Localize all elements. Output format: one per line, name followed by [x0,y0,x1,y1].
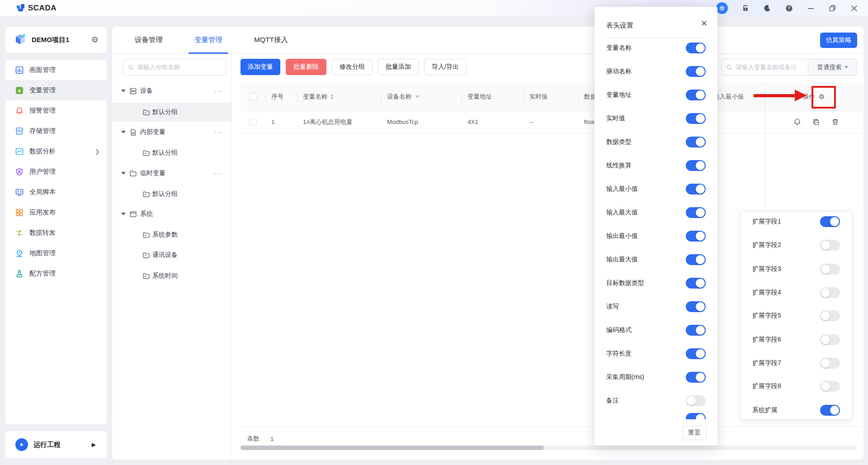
sidebar-item-data-forward[interactable]: 数据转发 [5,223,107,243]
toggle-collect-period[interactable] [686,372,706,383]
batch-add-button[interactable]: 批量添加 [378,59,419,75]
sidebar-item-alarm-mgmt[interactable]: 报警管理 [5,100,107,121]
column-header-device[interactable]: 设备名称 [382,83,462,110]
tab-mqtt-access[interactable]: MQTT接入 [254,27,288,54]
user-avatar[interactable]: 微 [716,2,728,14]
sort-icon[interactable] [330,94,334,100]
toggle-input-min[interactable] [686,184,706,195]
run-project-label: 运行工程 [33,441,92,449]
variable-search-input[interactable] [736,64,803,71]
toggle-ext-field-3[interactable] [820,264,840,275]
toggle-data-type[interactable] [686,137,706,147]
change-group-button[interactable]: 修改分组 [332,59,373,75]
tree-node-device[interactable]: 设备 ··· [112,81,231,100]
tree-node-temp-variable[interactable]: 临时变量 ··· [112,164,231,183]
toggle-ext-field-4[interactable] [820,287,840,298]
toggle-ext-field-6[interactable] [820,334,840,345]
group-search-input[interactable] [137,64,222,71]
add-variable-button[interactable]: 添加变量 [241,59,280,75]
project-settings-gear-icon[interactable]: ⚙ [91,35,99,45]
tab-variable-mgmt[interactable]: 变量管理 [194,27,222,54]
delete-action-icon[interactable] [831,118,839,126]
column-settings-gear-icon[interactable]: ⚙ [819,93,825,101]
column-header-realtime: 实时值 [524,83,579,110]
tree-node-internal-variable[interactable]: 内部变量 ··· [112,123,231,142]
toggle-system-extension[interactable] [820,405,840,416]
unlock-icon[interactable] [741,4,750,12]
toggle-ext-field-1[interactable] [820,216,840,227]
group-search-box[interactable] [123,59,226,76]
node-more-icon[interactable]: ··· [214,128,222,136]
sidebar-item-map-mgmt[interactable]: 地图管理 [5,243,107,263]
sidebar-item-user-mgmt[interactable]: 用户管理 [5,161,107,182]
sidebar-item-global-script[interactable]: 全局脚本 [5,182,107,202]
toggle-input-max[interactable] [686,207,706,218]
count-label: 条数 [247,435,259,443]
dark-mode-moon-icon[interactable] [763,4,771,12]
toggle-target-data-type[interactable] [686,278,706,289]
sidebar-item-variable-mgmt[interactable]: x 变量管理 [5,80,107,100]
table-footer: 条数 1 [247,433,274,445]
folder-icon [142,149,150,157]
toggle-row-ext-field-3: 扩展字段3 [752,262,840,276]
tree-node-default-group-device[interactable]: 默认分组 [112,103,231,122]
toggle-variable-address[interactable] [686,90,706,100]
filter-caret-icon[interactable] [415,95,420,98]
import-export-button[interactable]: 导入/导出 [424,59,467,75]
toggle-linear-conversion[interactable] [686,160,706,171]
caret-right-icon[interactable]: ▶ [92,441,96,448]
sidebar-item-screen-mgmt[interactable]: 画面管理 [5,60,107,80]
toggle-read-write[interactable] [686,301,706,312]
tree-node-system-params[interactable]: 系统参数 [112,225,231,244]
toggle-char-length[interactable] [686,348,706,359]
storage-icon [15,127,24,135]
toggle-encoding-format[interactable] [686,325,706,336]
restore-window-button[interactable] [828,4,836,12]
search-mode-dropdown[interactable]: 普通搜索 [808,59,857,75]
node-more-icon[interactable]: ··· [214,87,222,95]
toggle-ext-field-7[interactable] [820,358,840,369]
column-header-name[interactable]: 变量名称 [297,83,382,110]
tree-node-default-group-internal[interactable]: 默认分组 [112,143,231,162]
horizontal-scrollbar-thumb[interactable] [241,446,544,450]
select-all-checkbox[interactable] [250,93,257,100]
tree-node-system-time[interactable]: 系统时间 [112,266,231,285]
sidebar-item-data-analysis[interactable]: 数据分析 ❯ [5,141,107,161]
toggle-ext-field-5[interactable] [820,310,840,321]
toggle-realtime-value[interactable] [686,113,706,124]
help-icon[interactable]: ? [785,4,793,12]
folder-icon [142,251,150,259]
tree-expand-caret-icon[interactable] [121,131,126,133]
simulation-strategy-button[interactable]: 仿真策略 [820,33,857,48]
sidebar-item-app-publish[interactable]: 应用发布 [5,202,107,223]
batch-delete-button[interactable]: 批量删除 [286,59,326,75]
close-window-button[interactable] [850,4,858,12]
modal-close-icon[interactable]: ✕ [701,19,708,28]
toggle-variable-name[interactable] [686,43,706,53]
toggle-row-ext-field-8: 扩展字段8 [752,380,840,393]
tree-expand-caret-icon[interactable] [121,90,126,92]
tree-node-system[interactable]: 系统 [112,204,231,223]
toggle-ext-field-8[interactable] [820,381,840,392]
row-checkbox[interactable] [250,119,257,126]
sidebar-item-storage-mgmt[interactable]: 存储管理 [5,121,107,141]
reset-button[interactable]: 重置 [682,426,707,440]
tree-node-comm-device[interactable]: 通讯设备 [112,246,231,265]
toggle-output-min[interactable] [686,231,706,242]
minimize-button[interactable] [807,4,815,12]
toggle-partial[interactable] [686,413,706,419]
toggle-remark[interactable] [686,395,706,406]
copy-action-icon[interactable] [812,118,820,126]
toggle-output-max[interactable] [686,254,706,265]
alarm-bell-action-icon[interactable] [793,118,801,126]
table-row[interactable]: 1 1#离心机总用电量 ModbusTcp 4X1 -- float [241,111,863,133]
run-project-button[interactable]: 运行工程 ▶ [5,431,107,458]
toggle-ext-field-2[interactable] [820,240,840,251]
tree-expand-caret-icon[interactable] [121,172,126,175]
tree-node-default-group-temp[interactable]: 默认分组 [112,185,231,204]
sidebar-item-recipe-mgmt[interactable]: 配方管理 [5,263,107,284]
tab-device-mgmt[interactable]: 设备管理 [135,27,163,54]
toggle-driver-name[interactable] [686,66,706,77]
node-more-icon[interactable]: ··· [214,170,222,177]
tree-expand-caret-icon[interactable] [121,213,126,215]
